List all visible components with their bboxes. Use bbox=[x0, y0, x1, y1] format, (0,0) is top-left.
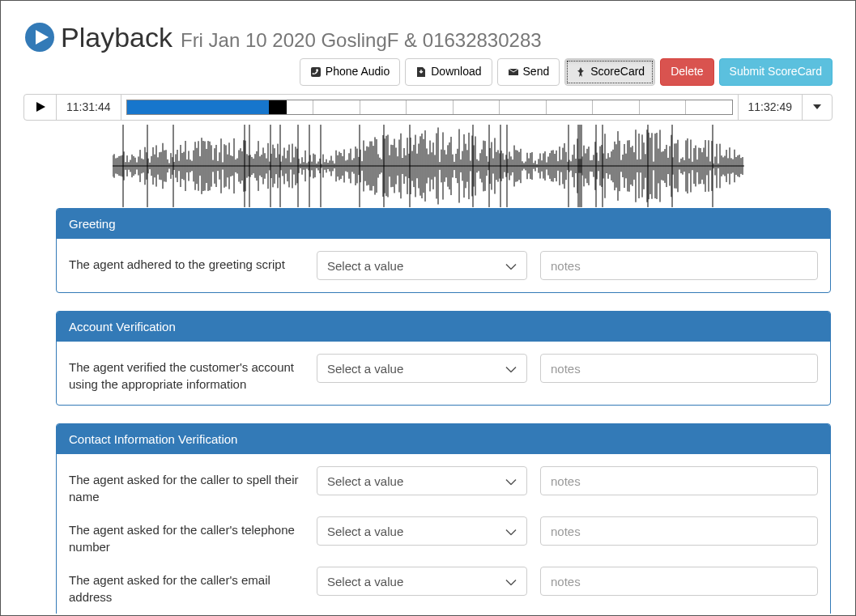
notes-input[interactable] bbox=[540, 354, 818, 383]
question-row: The agent adhered to the greeting script… bbox=[69, 251, 818, 280]
svg-marker-4 bbox=[36, 102, 45, 112]
page-title: Playback bbox=[61, 23, 172, 51]
progress-bar-container[interactable] bbox=[121, 95, 739, 120]
select-placeholder: Select a value bbox=[327, 362, 403, 376]
scorecard-button[interactable]: ScoreCard bbox=[564, 58, 655, 86]
value-select[interactable]: Select a value bbox=[317, 567, 527, 596]
question-label: The agent asked for the caller's telepho… bbox=[69, 516, 304, 555]
notes-input[interactable] bbox=[540, 466, 818, 495]
question-row: The agent asked for the caller's email a… bbox=[69, 567, 818, 605]
scorecard-section: GreetingThe agent adhered to the greetin… bbox=[56, 208, 831, 293]
time-start: 11:31:44 bbox=[57, 95, 121, 120]
progress-track bbox=[126, 100, 733, 115]
scorecard-scroll-area[interactable]: GreetingThe agent adhered to the greetin… bbox=[23, 205, 845, 614]
progress-thumb bbox=[269, 100, 287, 114]
action-toolbar: Phone Audio Download Send ScoreCard Dele… bbox=[23, 58, 833, 86]
chevron-down-icon bbox=[505, 525, 517, 538]
question-label: The agent verified the customer's accoun… bbox=[69, 354, 304, 393]
download-icon bbox=[415, 66, 427, 78]
download-label: Download bbox=[431, 64, 481, 80]
value-select[interactable]: Select a value bbox=[317, 251, 527, 280]
send-label: Send bbox=[523, 64, 550, 80]
question-row: The agent asked for the caller to spell … bbox=[69, 466, 818, 505]
play-button[interactable] bbox=[24, 95, 57, 120]
section-body: The agent verified the customer's accoun… bbox=[57, 342, 830, 405]
notes-input[interactable] bbox=[540, 516, 818, 546]
section-header: Contact Information Verification bbox=[57, 424, 830, 454]
scorecard-label: ScoreCard bbox=[590, 64, 645, 80]
notes-input[interactable] bbox=[540, 251, 818, 280]
question-label: The agent asked for the caller to spell … bbox=[69, 466, 304, 505]
phone-audio-label: Phone Audio bbox=[326, 64, 390, 80]
pin-icon bbox=[575, 66, 586, 78]
select-placeholder: Select a value bbox=[327, 474, 403, 488]
question-label: The agent asked for the caller's email a… bbox=[69, 567, 304, 605]
progress-fill bbox=[127, 100, 270, 114]
question-row: The agent verified the customer's accoun… bbox=[69, 354, 818, 393]
value-select[interactable]: Select a value bbox=[317, 516, 527, 546]
select-placeholder: Select a value bbox=[327, 525, 403, 538]
question-label: The agent adhered to the greeting script bbox=[69, 251, 304, 273]
section-body: The agent adhered to the greeting script… bbox=[57, 239, 830, 292]
audio-player-bar: 11:31:44 11:32:49 bbox=[23, 94, 833, 121]
playback-logo-icon bbox=[23, 21, 56, 53]
chevron-down-icon bbox=[505, 474, 517, 488]
submit-label: Submit ScoreCard bbox=[730, 64, 822, 80]
select-placeholder: Select a value bbox=[327, 259, 403, 273]
value-select[interactable]: Select a value bbox=[317, 354, 527, 383]
scorecard-section: Account VerificationThe agent verified t… bbox=[56, 311, 831, 406]
phone-audio-icon bbox=[310, 66, 322, 78]
player-options-button[interactable] bbox=[803, 95, 832, 120]
phone-audio-button[interactable]: Phone Audio bbox=[300, 58, 400, 86]
chevron-down-icon bbox=[505, 259, 517, 273]
select-placeholder: Select a value bbox=[327, 575, 403, 588]
audio-waveform bbox=[113, 124, 744, 208]
app-frame: Playback Fri Jan 10 2020 GoslingF & 0163… bbox=[0, 0, 856, 616]
chevron-down-icon bbox=[505, 362, 517, 376]
download-button[interactable]: Download bbox=[405, 58, 492, 86]
scorecard-section: Contact Information VerificationThe agen… bbox=[56, 423, 831, 614]
section-header: Account Verification bbox=[57, 312, 830, 342]
delete-label: Delete bbox=[671, 64, 703, 80]
time-end: 11:32:49 bbox=[739, 95, 803, 120]
chevron-down-icon bbox=[505, 575, 517, 588]
section-header: Greeting bbox=[57, 209, 830, 239]
value-select[interactable]: Select a value bbox=[317, 466, 527, 495]
question-row: The agent asked for the caller's telepho… bbox=[69, 516, 818, 555]
submit-scorecard-button[interactable]: Submit ScoreCard bbox=[719, 58, 833, 86]
page-subtitle: Fri Jan 10 2020 GoslingF & 01632830283 bbox=[181, 31, 542, 50]
notes-input[interactable] bbox=[540, 567, 818, 596]
envelope-icon bbox=[508, 66, 519, 78]
svg-marker-5 bbox=[813, 104, 821, 109]
delete-button[interactable]: Delete bbox=[660, 58, 713, 86]
section-body: The agent asked for the caller to spell … bbox=[57, 454, 830, 614]
page-header: Playback Fri Jan 10 2020 GoslingF & 0163… bbox=[23, 21, 833, 53]
send-button[interactable]: Send bbox=[497, 58, 560, 86]
